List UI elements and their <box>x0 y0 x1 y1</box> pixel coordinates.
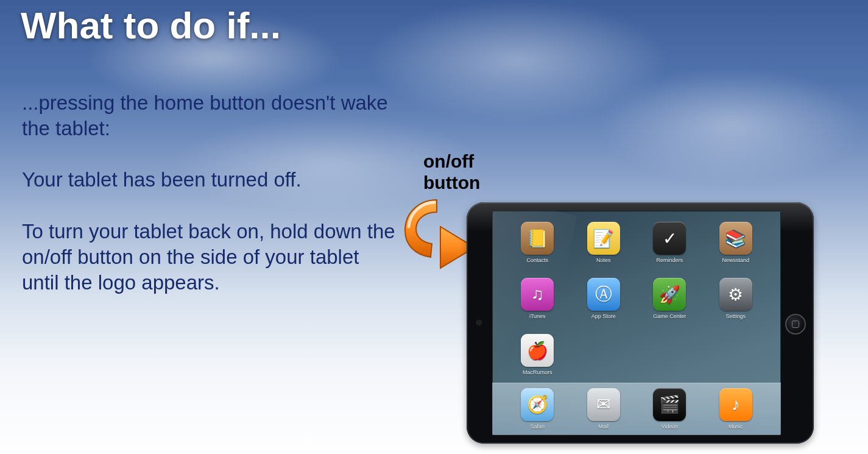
app-icon: 🧭Safari <box>504 388 571 430</box>
app-tile-icon: 🚀 <box>653 278 686 311</box>
callout-label: on/off button <box>423 151 480 193</box>
app-icon: ⒶApp Store <box>571 278 637 319</box>
tablet-screen: 📒Contacts📝Notes✓Reminders📚Newsstand♫iTun… <box>492 211 781 435</box>
app-tile-icon: 🧭 <box>521 388 554 421</box>
tablet-illustration: 📒Contacts📝Notes✓Reminders📚Newsstand♫iTun… <box>467 202 814 444</box>
app-tile-icon: Ⓐ <box>587 278 620 311</box>
body-paragraph-3: To turn your tablet back on, hold down t… <box>22 219 400 296</box>
app-icon: 🍎MacRumors <box>504 334 571 375</box>
front-camera-icon <box>477 321 481 325</box>
app-tile-icon: ⚙ <box>719 278 752 311</box>
app-label: Game Center <box>653 313 686 319</box>
arrow-icon <box>397 196 476 269</box>
callout-line-2: button <box>423 172 480 193</box>
app-label: iTunes <box>529 313 546 319</box>
app-label: Music <box>729 424 743 430</box>
app-tile-icon: ♫ <box>521 278 554 311</box>
app-label: App Store <box>591 313 616 319</box>
body-paragraph-2: Your tablet has been turned off. <box>22 167 400 193</box>
cloud-decoration <box>597 67 865 183</box>
app-label: Reminders <box>656 257 683 263</box>
app-tile-icon: 📒 <box>521 222 554 255</box>
app-icon: ♪Music <box>703 388 769 430</box>
body-paragraph-1: ...pressing the home button doesn't wake… <box>22 90 400 141</box>
app-icon: 📚Newsstand <box>703 222 769 263</box>
app-icon: ⚙Settings <box>703 278 769 319</box>
app-icon: 📝Notes <box>571 222 637 263</box>
app-icon: ✉Mail <box>571 388 637 430</box>
app-label: Mail <box>598 424 609 430</box>
app-icon: 📒Contacts <box>504 222 571 263</box>
app-tile-icon: 📚 <box>719 222 752 255</box>
home-screen-dock: 🧭Safari✉Mail🎬Videos♪Music <box>492 383 781 435</box>
app-label: Newsstand <box>722 257 749 263</box>
body-text: ...pressing the home button doesn't wake… <box>22 90 400 321</box>
app-tile-icon: 📝 <box>587 222 620 255</box>
home-screen-apps: 📒Contacts📝Notes✓Reminders📚Newsstand♫iTun… <box>492 222 781 389</box>
app-tile-icon: ✉ <box>587 388 620 421</box>
app-icon: ♫iTunes <box>504 278 571 319</box>
app-icon: 🎬Videos <box>637 388 703 430</box>
app-tile-icon: 🎬 <box>653 388 686 421</box>
app-icon: 🚀Game Center <box>637 278 703 319</box>
app-label: Safari <box>530 424 545 430</box>
slide: What to do if... ...pressing the home bu… <box>0 0 868 454</box>
app-icon: ✓Reminders <box>637 222 703 263</box>
cloud-decoration <box>365 0 670 122</box>
slide-title: What to do if... <box>21 4 281 47</box>
app-label: Videos <box>662 424 678 430</box>
home-button-icon <box>785 314 806 335</box>
app-label: Settings <box>725 313 746 319</box>
app-tile-icon: ♪ <box>719 388 752 421</box>
app-label: Notes <box>596 257 611 263</box>
app-label: Contacts <box>526 257 548 263</box>
app-label: MacRumors <box>523 369 552 375</box>
app-tile-icon: ✓ <box>653 222 686 255</box>
callout-line-1: on/off <box>423 151 474 171</box>
app-tile-icon: 🍎 <box>521 334 554 367</box>
